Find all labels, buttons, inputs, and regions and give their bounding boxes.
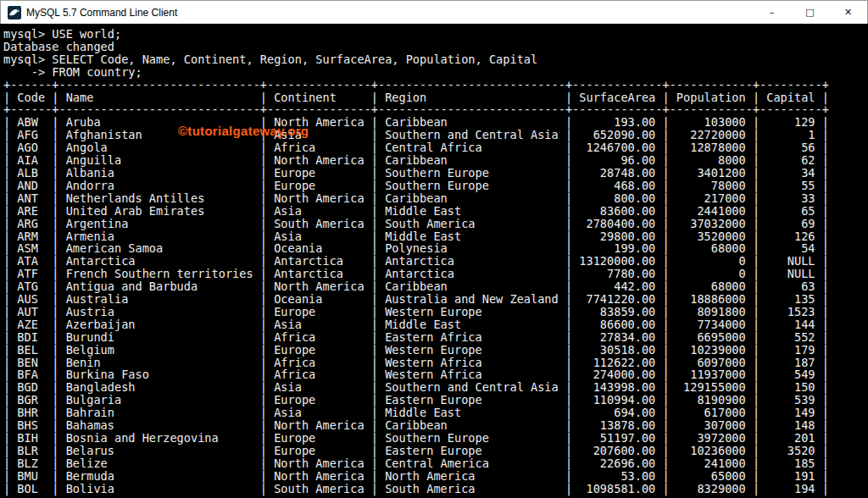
close-button[interactable]: ✕ — [829, 1, 867, 24]
window-title: MySQL 5.7 Command Line Client — [26, 7, 753, 19]
mysql-window: MySQL 5.7 Command Line Client – □ ✕ mysq… — [0, 0, 868, 498]
maximize-button[interactable]: □ — [791, 1, 829, 24]
mysql-icon — [8, 6, 21, 19]
console-text: mysql> USE world; Database changed mysql… — [0, 24, 868, 495]
terminal-output[interactable]: mysql> USE world; Database changed mysql… — [0, 24, 868, 498]
title-bar: MySQL 5.7 Command Line Client – □ ✕ — [0, 0, 868, 24]
minimize-button[interactable]: – — [753, 1, 791, 24]
window-controls: – □ ✕ — [753, 1, 867, 24]
